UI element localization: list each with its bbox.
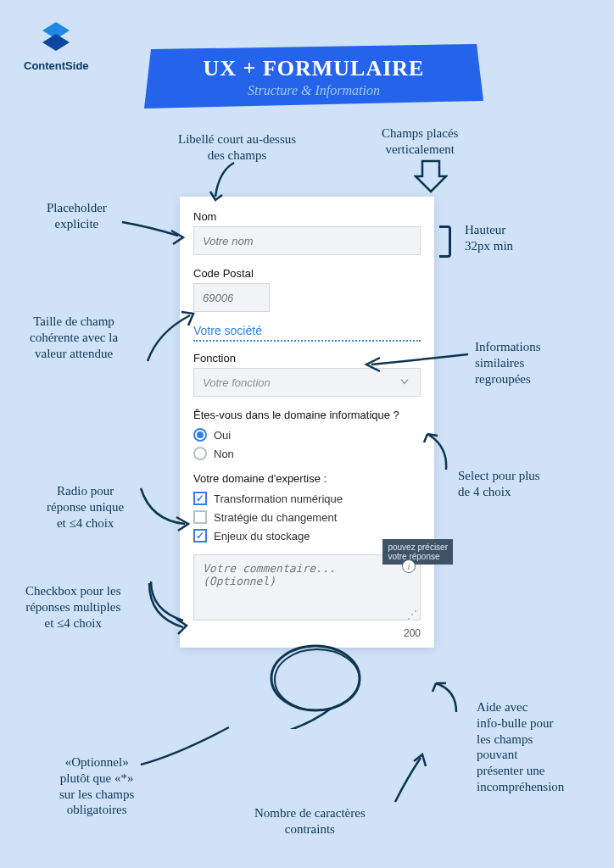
annot-vertical-fields: Champs placés verticalement bbox=[382, 125, 458, 158]
field-it-question: Êtes-vous dans le domaine informatique ?… bbox=[193, 409, 421, 460]
resize-handle-icon[interactable]: ⋰ bbox=[407, 609, 417, 620]
check-label: Stratégie du changement bbox=[214, 511, 337, 524]
it-question-label: Êtes-vous dans le domaine informatique ? bbox=[193, 409, 421, 421]
chevron-down-icon bbox=[398, 375, 411, 391]
annot-min-height: Hauteur 32px min bbox=[465, 222, 513, 254]
radio-icon bbox=[193, 447, 207, 460]
info-icon[interactable]: i bbox=[402, 559, 416, 573]
logo-icon bbox=[37, 19, 75, 56]
check-label: Transformation numérique bbox=[214, 492, 343, 505]
expertise-label: Votre domaine d'expertise : bbox=[193, 472, 421, 485]
check-icon: ✓ bbox=[193, 529, 207, 542]
field-comment: pouvez préciser votre réponse i ⋰ bbox=[193, 554, 421, 624]
radio-option-yes[interactable]: Oui bbox=[193, 428, 421, 442]
annot-tooltip-help: Aide avec info-bulle pour les champs pou… bbox=[477, 699, 564, 795]
check-icon: ✓ bbox=[193, 510, 207, 524]
bracket-icon bbox=[439, 225, 451, 258]
checkbox-option-1[interactable]: ✓ Transformation numérique bbox=[193, 492, 421, 505]
field-postal: Code Postal bbox=[193, 267, 421, 312]
checkbox-option-2[interactable]: ✓ Stratégie du changement bbox=[193, 510, 421, 524]
char-counter: 200 bbox=[193, 627, 421, 639]
arrow-icon bbox=[390, 753, 433, 809]
brand-logo: ContentSide bbox=[24, 19, 89, 72]
down-arrow-icon bbox=[414, 158, 448, 195]
arrow-icon bbox=[431, 678, 482, 721]
postal-input[interactable] bbox=[193, 283, 270, 312]
page-title: UX + FORMULAIRE bbox=[168, 56, 460, 81]
annot-grouped-info: Informations similaires regroupées bbox=[475, 339, 540, 387]
annot-short-label: Libellé court au-dessus des champs bbox=[178, 131, 296, 164]
page-subtitle: Structure & Information bbox=[168, 83, 460, 98]
annot-optional-label: «Optionnel» plutôt que «*» sur les champ… bbox=[59, 754, 134, 818]
tooltip: pouvez préciser votre réponse bbox=[382, 539, 453, 565]
svg-point-2 bbox=[271, 646, 360, 710]
annot-coherent-size: Taille de champ cohérente avec la valeur… bbox=[30, 314, 118, 361]
annot-char-constraint: Nombre de caractères contraints bbox=[254, 805, 366, 837]
title-banner: UX + FORMULAIRE Structure & Information bbox=[144, 44, 483, 108]
name-label: Nom bbox=[193, 210, 421, 223]
form-card: Nom Code Postal Votre société Fonction V… bbox=[180, 197, 434, 648]
name-input[interactable] bbox=[193, 226, 421, 255]
radio-label: Non bbox=[214, 448, 234, 460]
role-placeholder: Votre fonction bbox=[203, 376, 271, 389]
arrow-icon bbox=[136, 721, 237, 771]
annot-checkbox-multi: Checkbox pour les réponses multiples et … bbox=[25, 583, 120, 631]
circle-highlight-icon bbox=[263, 636, 373, 729]
field-expertise: Votre domaine d'expertise : ✓ Transforma… bbox=[193, 472, 421, 542]
company-section-title: Votre société bbox=[193, 324, 421, 342]
field-name: Nom bbox=[193, 210, 421, 255]
svg-point-3 bbox=[275, 649, 360, 710]
svg-marker-1 bbox=[42, 34, 70, 51]
radio-option-no[interactable]: Non bbox=[193, 447, 421, 460]
annot-explicit-placeholder: Placeholder explicite bbox=[47, 200, 107, 232]
field-role: Fonction Votre fonction bbox=[193, 352, 421, 397]
logo-text: ContentSide bbox=[24, 59, 89, 72]
postal-label: Code Postal bbox=[193, 267, 421, 280]
check-label: Enjeux du stockage bbox=[214, 530, 310, 542]
annot-select-many: Select pour plus de 4 choix bbox=[458, 468, 540, 500]
radio-icon bbox=[193, 428, 207, 442]
radio-label: Oui bbox=[214, 429, 231, 442]
role-select[interactable]: Votre fonction bbox=[193, 368, 421, 397]
check-icon: ✓ bbox=[193, 492, 207, 505]
annot-radio-single: Radio pour réponse unique et ≤4 choix bbox=[47, 483, 124, 531]
role-label: Fonction bbox=[193, 352, 421, 364]
